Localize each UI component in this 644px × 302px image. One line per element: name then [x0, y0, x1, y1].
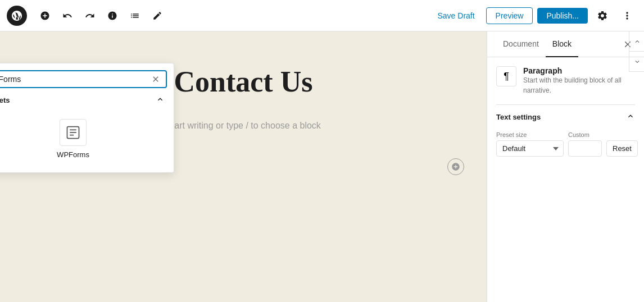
sidebar-arrow-up[interactable] — [629, 31, 644, 52]
block-search-input[interactable] — [0, 75, 151, 84]
widgets-section-header: Widgets — [0, 95, 165, 106]
search-input-container — [0, 70, 167, 88]
wp-logo-icon[interactable] — [7, 6, 27, 26]
toolbar: Save Draft Preview Publish... — [0, 0, 644, 31]
list-view-button[interactable] — [126, 7, 144, 25]
search-input-wrapper — [0, 63, 174, 88]
redo-button[interactable] — [81, 7, 99, 25]
info-button[interactable] — [103, 7, 121, 25]
block-title: Paragraph — [523, 66, 635, 75]
preset-size-label: Preset size — [496, 131, 564, 138]
edit-button[interactable] — [148, 7, 166, 25]
sidebar-arrow-down[interactable] — [629, 52, 644, 72]
page-title: Contact Us — [174, 65, 313, 98]
block-description: Start with the building block of all nar… — [523, 75, 635, 95]
wpforms-widget[interactable]: WPForms — [0, 112, 165, 166]
sidebar: Document Block ¶ Paragraph Start with th… — [487, 31, 644, 302]
reset-button[interactable]: Reset — [606, 140, 638, 157]
custom-label: Custom — [568, 131, 602, 138]
preset-size-select[interactable]: Default — [496, 140, 564, 157]
wpforms-label: WPForms — [57, 150, 89, 159]
preset-size-group: Preset size Default — [496, 131, 564, 157]
block-details: Paragraph Start with the building block … — [523, 66, 635, 95]
canvas-placeholder[interactable]: Start writing or type / to choose a bloc… — [166, 121, 321, 131]
tab-document[interactable]: Document — [496, 31, 546, 57]
sidebar-tabs: Document Block — [487, 31, 644, 57]
settings-button[interactable] — [592, 6, 613, 26]
block-info: ¶ Paragraph Start with the building bloc… — [496, 66, 635, 95]
text-settings-collapse[interactable] — [626, 112, 635, 122]
canvas-add-button[interactable] — [447, 158, 464, 175]
text-settings-label: Text settings — [496, 113, 541, 121]
widgets-label: Widgets — [0, 96, 10, 104]
preview-button[interactable]: Preview — [486, 7, 533, 24]
wpforms-icon — [60, 119, 87, 146]
block-search-panel: Widgets WPForms — [0, 63, 174, 173]
publish-button[interactable]: Publish... — [537, 8, 588, 24]
undo-button[interactable] — [58, 7, 76, 25]
add-block-button[interactable] — [36, 7, 54, 25]
save-draft-button[interactable]: Save Draft — [430, 8, 481, 24]
text-settings-header: Text settings — [496, 104, 635, 127]
widgets-collapse-icon[interactable] — [156, 95, 165, 106]
custom-size-input[interactable] — [568, 140, 602, 157]
search-clear-button[interactable] — [151, 75, 160, 84]
text-settings-fields: Preset size Default Custom Reset — [496, 131, 635, 157]
more-options-button[interactable] — [617, 6, 637, 26]
widgets-section: Widgets WPForms — [0, 88, 174, 172]
tab-block[interactable]: Block — [546, 31, 578, 57]
canvas: Contact Us Start writing or type / to ch… — [0, 31, 487, 302]
custom-group: Custom — [568, 131, 602, 157]
main-layout: Contact Us Start writing or type / to ch… — [0, 31, 644, 302]
paragraph-icon: ¶ — [496, 66, 516, 86]
sidebar-content: ¶ Paragraph Start with the building bloc… — [487, 57, 644, 302]
sidebar-arrows — [629, 31, 644, 72]
